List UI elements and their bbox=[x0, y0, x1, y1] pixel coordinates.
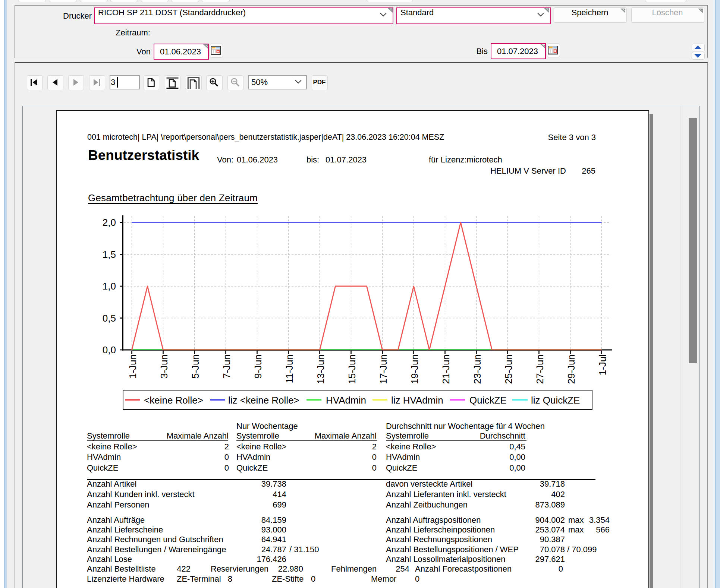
svg-text:7-Jun: 7-Jun bbox=[221, 354, 232, 379]
svg-text:15-Jun: 15-Jun bbox=[346, 354, 358, 384]
svg-text:29-Jun: 29-Jun bbox=[566, 354, 577, 384]
svg-text:5-Jun: 5-Jun bbox=[190, 354, 201, 379]
svg-text:17-Jun: 17-Jun bbox=[378, 354, 389, 384]
svg-text:1,5: 1,5 bbox=[103, 249, 116, 260]
svg-text:0,0: 0,0 bbox=[103, 344, 116, 355]
svg-text:19-Jun: 19-Jun bbox=[409, 354, 420, 384]
svg-text:13-Jun: 13-Jun bbox=[315, 354, 326, 384]
svg-text:1-Jul: 1-Jul bbox=[597, 354, 608, 375]
svg-text:0,5: 0,5 bbox=[103, 313, 116, 324]
svg-text:23-Jun: 23-Jun bbox=[472, 354, 483, 384]
svg-text:1-Jun: 1-Jun bbox=[127, 354, 138, 379]
svg-text:2,0: 2,0 bbox=[103, 217, 116, 228]
svg-text:27-Jun: 27-Jun bbox=[534, 354, 545, 384]
svg-text:25-Jun: 25-Jun bbox=[503, 354, 514, 384]
svg-text:11-Jun: 11-Jun bbox=[284, 354, 295, 383]
svg-text:9-Jun: 9-Jun bbox=[252, 354, 264, 379]
svg-text:3-Jun: 3-Jun bbox=[158, 354, 170, 379]
svg-text:1,0: 1,0 bbox=[103, 281, 116, 292]
svg-text:21-Jun: 21-Jun bbox=[440, 354, 452, 384]
